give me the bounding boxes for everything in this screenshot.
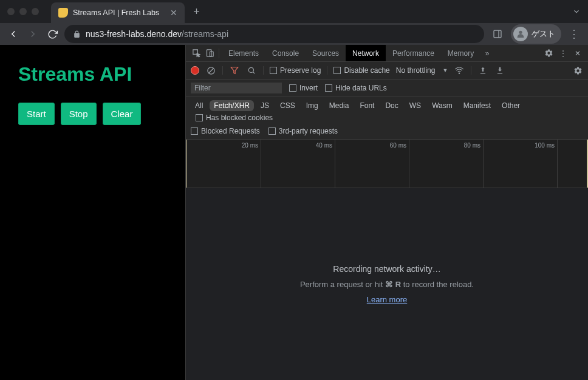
avatar-icon [513,27,528,41]
browser-tab[interactable]: Streams API | Fresh Labs ✕ [51,2,185,23]
tab-performance[interactable]: Performance [386,45,441,61]
svg-point-2 [519,31,522,34]
devtools-tabs: Elements Console Sources Network Perform… [186,45,588,62]
type-media[interactable]: Media [325,100,354,111]
tab-title: Streams API | Fresh Labs [73,8,159,17]
filter-row: Invert Hide data URLs [186,80,588,97]
learn-more-link[interactable]: Learn more [367,295,407,304]
import-har-button[interactable] [477,65,488,76]
network-settings-button[interactable] [572,65,583,76]
preserve-log-checkbox[interactable]: Preserve log [270,66,321,75]
export-har-button[interactable] [494,65,505,76]
type-other[interactable]: Other [497,100,524,111]
tab-network[interactable]: Network [346,45,386,61]
clear-button[interactable]: Clear [103,103,142,125]
svg-rect-0 [494,30,501,38]
svg-point-9 [248,67,253,72]
close-tab-button[interactable]: ✕ [170,8,177,18]
panel-toggle-button[interactable] [489,25,506,42]
resource-type-filter: All Fetch/XHR JS CSS Img Media Font Doc … [186,97,588,125]
browser-menu-button[interactable]: ⋮ [566,27,582,41]
empty-title: Recording network activity… [333,264,440,274]
blocked-requests-checkbox[interactable]: Blocked Requests [191,127,260,135]
page-content: Streams API Start Stop Clear [0,45,185,380]
tab-sources[interactable]: Sources [306,45,346,61]
inspect-element-button[interactable] [190,47,203,60]
type-css[interactable]: CSS [276,100,299,111]
type-font[interactable]: Font [355,100,378,111]
minimize-window-button[interactable] [19,8,27,15]
tab-elements[interactable]: Elements [222,45,265,61]
type-doc[interactable]: Doc [381,100,402,111]
type-manifest[interactable]: Manifest [459,100,495,111]
new-tab-button[interactable]: + [193,5,200,18]
browser-toolbar: nus3-fresh-labs.deno.dev/streams-api ゲスト… [0,23,588,45]
type-img[interactable]: Img [302,100,323,111]
zoom-window-button[interactable] [32,8,39,15]
profile-label: ゲスト [532,29,555,39]
stop-button[interactable]: Stop [61,103,97,125]
lock-icon [73,30,81,38]
start-button[interactable]: Start [18,103,55,125]
network-timeline[interactable]: 20 ms 40 ms 60 ms 80 ms 100 ms [186,140,588,188]
clear-network-button[interactable] [205,65,216,76]
type-all[interactable]: All [191,100,207,111]
filter-input[interactable] [191,83,282,93]
extra-filter-row: Blocked Requests 3rd-party requests [186,125,588,140]
page-heading: Streams API [18,63,167,86]
devtools-settings-button[interactable] [542,47,555,60]
svg-rect-4 [207,50,211,56]
type-wasm[interactable]: Wasm [428,100,457,111]
search-button[interactable] [246,65,257,76]
record-button[interactable] [191,66,199,75]
reload-button[interactable] [45,27,60,41]
filter-toggle-button[interactable] [229,65,240,76]
svg-marker-8 [231,67,238,74]
hide-data-urls-checkbox[interactable]: Hide data URLs [325,84,387,92]
network-toolbar: Preserve log Disable cache No throttling… [186,62,588,80]
tab-console[interactable]: Console [265,45,306,61]
profile-button[interactable]: ゲスト [511,24,561,44]
type-ws[interactable]: WS [405,100,425,111]
favicon-icon [58,8,68,18]
svg-point-11 [459,73,460,73]
type-js[interactable]: JS [256,100,273,111]
devtools-menu-button[interactable]: ⋮ [556,47,570,60]
disable-cache-checkbox[interactable]: Disable cache [333,66,389,75]
tab-memory[interactable]: Memory [441,45,480,61]
address-bar[interactable]: nus3-fresh-labs.deno.dev/streams-api [64,25,484,43]
url-display: nus3-fresh-labs.deno.dev/streams-api [86,29,228,39]
traffic-lights [7,8,39,15]
invert-checkbox[interactable]: Invert [289,84,318,92]
devtools-panel: Elements Console Sources Network Perform… [185,45,588,380]
network-empty-state: Recording network activity… Perform a re… [186,188,588,380]
device-toolbar-button[interactable] [203,47,216,60]
svg-line-10 [253,72,255,73]
more-tabs-button[interactable]: » [480,47,494,60]
has-blocked-cookies-checkbox[interactable]: Has blocked cookies [196,114,273,122]
third-party-checkbox[interactable]: 3rd-party requests [268,127,338,135]
throttling-select[interactable]: No throttling▼ [396,66,448,75]
window-titlebar: Streams API | Fresh Labs ✕ + [0,0,588,23]
back-button[interactable] [6,27,21,41]
close-window-button[interactable] [7,8,15,15]
network-conditions-button[interactable] [454,65,465,76]
type-fetch-xhr[interactable]: Fetch/XHR [210,100,254,111]
devtools-close-button[interactable]: ✕ [571,47,584,60]
empty-subtitle: Perform a request or hit ⌘ R to record t… [300,280,474,289]
svg-line-7 [208,68,213,73]
tab-overflow-button[interactable] [572,7,581,16]
forward-button[interactable] [26,27,40,41]
